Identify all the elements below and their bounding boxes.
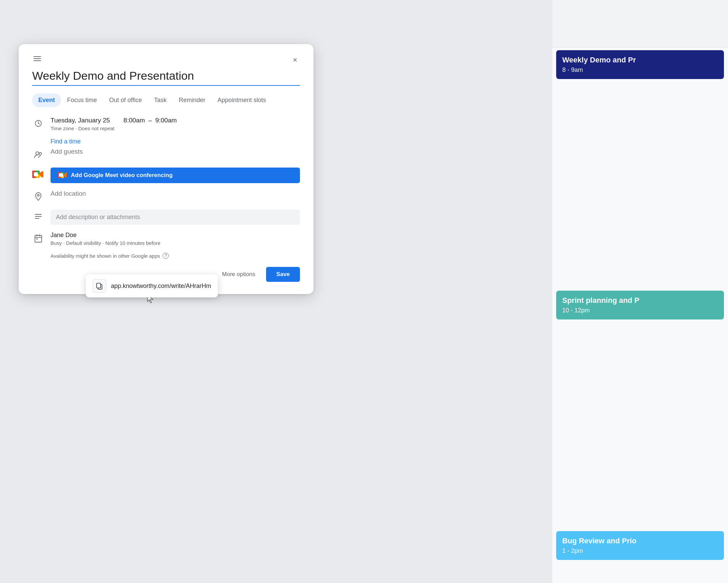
calendar-event-time-1: 8 - 9am bbox=[562, 66, 718, 74]
calendar-owner-content: Jane Doe Busy · Default visibility · Not… bbox=[50, 232, 300, 246]
svg-point-2 bbox=[39, 153, 42, 155]
find-time-link[interactable]: Find a time bbox=[50, 138, 300, 145]
calendar-owner-row: Jane Doe Busy · Default visibility · Not… bbox=[32, 232, 300, 246]
meet-button-container: Add Google Meet video conferencing bbox=[50, 168, 300, 183]
calendar-icon bbox=[32, 232, 44, 245]
svg-rect-30 bbox=[97, 283, 101, 288]
svg-rect-24 bbox=[35, 235, 42, 242]
guests-row bbox=[32, 148, 300, 161]
calendar-top-strip bbox=[552, 0, 728, 47]
save-button[interactable]: Save bbox=[266, 267, 300, 282]
description-placeholder: Add description or attachments bbox=[56, 214, 140, 221]
description-field[interactable]: Add description or attachments bbox=[50, 210, 300, 225]
url-tooltip: app.knowtworthy.com/write/AHrarHm bbox=[86, 274, 218, 297]
add-meet-button[interactable]: Add Google Meet video conferencing bbox=[50, 168, 300, 183]
date-time-display: Tuesday, January 25 8:00am – 9:00am bbox=[50, 117, 300, 124]
svg-rect-18 bbox=[59, 173, 63, 177]
datetime-row: Tuesday, January 25 8:00am – 9:00am Time… bbox=[32, 117, 300, 131]
add-guests-input[interactable] bbox=[50, 148, 300, 155]
availability-text: Availability might be shown in other Goo… bbox=[50, 253, 160, 259]
description-icon bbox=[32, 210, 44, 222]
time-separator: – bbox=[148, 117, 152, 124]
calendar-column: Weekly Demo and Pr 8 - 9am Sprint planni… bbox=[552, 47, 728, 583]
event-dialog: × Event Focus time Out of office Task Re… bbox=[19, 44, 314, 294]
tab-reminder[interactable]: Reminder bbox=[173, 93, 211, 107]
availability-row: Availability might be shown in other Goo… bbox=[50, 253, 300, 259]
calendar-event-sprint[interactable]: Sprint planning and P 10 - 12pm bbox=[556, 291, 724, 319]
tab-out-of-office[interactable]: Out of office bbox=[103, 93, 148, 107]
more-options-button[interactable]: More options bbox=[217, 267, 261, 282]
tab-focus-time[interactable]: Focus time bbox=[61, 93, 103, 107]
calendar-event-title-3: Bug Review and Prio bbox=[562, 537, 718, 545]
calendar-owner-name: Jane Doe bbox=[50, 232, 300, 239]
dialog-footer: app.knowtworthy.com/write/AHrarHm More o… bbox=[32, 267, 300, 282]
svg-point-1 bbox=[36, 152, 39, 155]
event-title-input[interactable] bbox=[32, 68, 300, 86]
description-content[interactable]: Add description or attachments bbox=[50, 210, 300, 225]
event-time-end[interactable]: 9:00am bbox=[155, 117, 177, 124]
event-dialog-wrapper: × Event Focus time Out of office Task Re… bbox=[19, 44, 314, 294]
svg-rect-28 bbox=[36, 238, 38, 239]
calendar-event-bug-review[interactable]: Bug Review and Prio 1 - 2pm bbox=[556, 531, 724, 560]
svg-marker-13 bbox=[40, 171, 43, 178]
meet-row: Add Google Meet video conferencing bbox=[32, 168, 300, 183]
svg-marker-19 bbox=[64, 172, 67, 178]
tab-event[interactable]: Event bbox=[32, 93, 61, 107]
clock-icon bbox=[32, 117, 44, 130]
copy-icon[interactable] bbox=[93, 279, 106, 293]
location-content[interactable] bbox=[50, 190, 300, 197]
event-date[interactable]: Tuesday, January 25 bbox=[50, 117, 110, 124]
guests-icon bbox=[32, 149, 44, 161]
hamburger-menu[interactable] bbox=[32, 55, 42, 62]
timezone-repeat-label: Time zone · Does not repeat bbox=[50, 125, 300, 131]
svg-rect-12 bbox=[34, 172, 38, 176]
availability-help-icon[interactable]: ? bbox=[163, 253, 169, 259]
calendar-event-time-3: 1 - 2pm bbox=[562, 547, 718, 555]
location-icon bbox=[32, 191, 44, 203]
dialog-header: × bbox=[32, 55, 300, 65]
add-location-input[interactable] bbox=[50, 190, 300, 197]
description-row: Add description or attachments bbox=[32, 210, 300, 225]
calendar-owner-sub: Busy · Default visibility · Notify 10 mi… bbox=[50, 240, 300, 246]
tooltip-url-text: app.knowtworthy.com/write/AHrarHm bbox=[111, 283, 211, 290]
guests-content[interactable] bbox=[50, 148, 300, 155]
close-button[interactable]: × bbox=[290, 55, 300, 65]
location-row bbox=[32, 190, 300, 203]
tab-appointment-slots[interactable]: Appointment slots bbox=[211, 93, 272, 107]
calendar-event-time-2: 10 - 12pm bbox=[562, 307, 718, 314]
calendar-event-weekly-demo[interactable]: Weekly Demo and Pr 8 - 9am bbox=[556, 50, 724, 79]
google-meet-icon bbox=[32, 168, 44, 180]
calendar-event-title-2: Sprint planning and P bbox=[562, 296, 718, 305]
calendar-background: Weekly Demo and Pr 8 - 9am Sprint planni… bbox=[552, 0, 728, 583]
tab-task[interactable]: Task bbox=[148, 93, 173, 107]
calendar-event-title-1: Weekly Demo and Pr bbox=[562, 56, 718, 64]
event-type-tabs: Event Focus time Out of office Task Remi… bbox=[32, 93, 300, 107]
svg-point-20 bbox=[38, 195, 39, 196]
meet-button-label: Add Google Meet video conferencing bbox=[71, 172, 173, 179]
datetime-content: Tuesday, January 25 8:00am – 9:00am Time… bbox=[50, 117, 300, 131]
event-time-start[interactable]: 8:00am bbox=[123, 117, 145, 124]
